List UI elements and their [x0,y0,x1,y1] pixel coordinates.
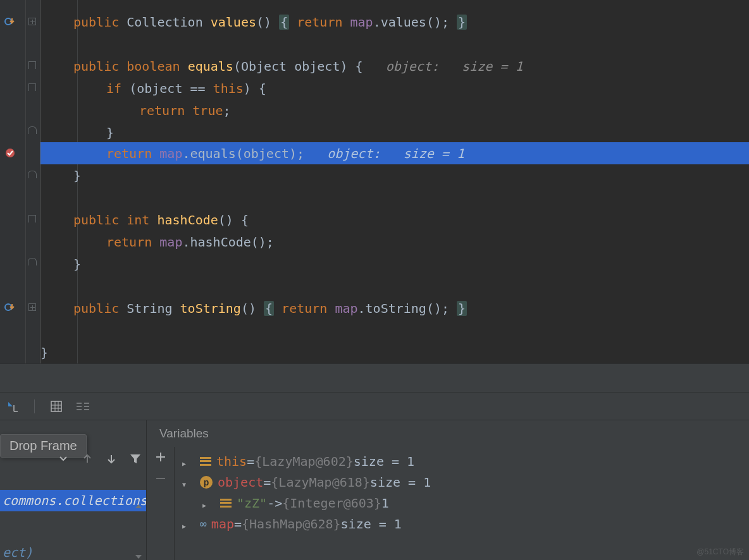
expand-arrow-icon[interactable] [182,516,191,532]
code-line[interactable]: public Collection values() { return map.… [40,11,749,33]
parameter-badge-icon: p [200,476,213,489]
expand-arrow-icon[interactable] [182,454,191,469]
grid-view-icon[interactable] [49,399,64,414]
show-execution-point-icon[interactable] [5,399,20,414]
fold-region-start-icon[interactable] [28,83,36,91]
breakpoint-icon[interactable] [3,145,18,161]
variable-row[interactable]: ∞ map = {HashMap@628} size = 1 [175,513,749,534]
frames-panel[interactable]: Drop Frame commons.collections.m ect) [0,420,147,560]
frames-scrollbar[interactable] [131,503,146,560]
fold-cap-icon[interactable] [28,126,37,134]
fold-cap-icon[interactable] [28,258,37,265]
frames-nav [56,452,142,466]
threads-view-icon[interactable] [75,399,90,414]
object-badge-icon [220,499,232,508]
frame-down-icon[interactable] [104,452,118,466]
panel-splitter[interactable] [0,363,749,393]
variables-toolbar [147,447,175,560]
inline-hint: object: size = 1 [363,59,523,74]
svg-point-1 [6,149,15,157]
fold-column[interactable] [25,0,40,363]
frame-selected[interactable]: commons.collections.m [0,490,146,511]
fold-cap-icon[interactable] [28,171,37,178]
code-line[interactable]: public String toString() { return map.to… [40,297,749,319]
frame-up-icon[interactable] [80,452,94,466]
code-line[interactable]: return map.hashCode(); [40,231,749,253]
code-line[interactable]: } [40,341,749,363]
fold-region-start-icon[interactable] [28,215,36,222]
add-watch-icon[interactable] [156,452,166,462]
code-line[interactable]: public boolean equals(Object object) { o… [40,55,749,77]
code-line[interactable]: if (object == this) { [40,77,749,99]
debug-panel: Drop Frame commons.collections.m ect) Va… [0,420,749,560]
variables-tree[interactable]: this = {LazyMap@602} size = 1 p object =… [175,447,749,560]
override-down-icon[interactable] [3,14,18,29]
execution-line[interactable]: return map.equals(object); object: size … [40,142,749,164]
variable-row[interactable]: "zZ" -> {Integer@603} 1 [175,492,749,513]
code-line[interactable]: } [40,164,749,186]
debug-toolbar [0,393,749,420]
code-line[interactable]: public int hashCode() { [40,209,749,231]
gutter[interactable] [0,0,25,363]
expand-arrow-icon[interactable] [202,496,211,511]
scroll-down-icon[interactable] [135,554,142,560]
code-content[interactable]: public Collection values() { return map.… [40,0,749,363]
remove-watch-icon[interactable] [156,473,166,484]
code-line[interactable]: } [40,253,749,275]
dropdown-icon[interactable] [56,452,70,466]
override-down-icon[interactable] [3,300,18,315]
code-line[interactable]: return true; [40,99,749,121]
variable-row[interactable]: this = {LazyMap@602} size = 1 [175,451,749,472]
variables-panel: Variables this = {LazyMap@602} size = 1 [147,420,749,560]
inline-hint: object: size = 1 [304,146,464,161]
watermark: @51CTO博客 [696,547,744,557]
fold-expand-icon[interactable] [28,18,36,25]
ide-root: public Collection values() { return map.… [0,0,749,560]
link-badge-icon: ∞ [200,517,205,530]
variables-title: Variables [147,420,749,447]
toolbar-separator [34,399,35,413]
fold-region-start-icon[interactable] [28,61,36,69]
code-line[interactable]: } [40,121,749,143]
code-editor[interactable]: public Collection values() { return map.… [0,0,749,363]
variable-row[interactable]: p object = {LazyMap@618} size = 1 [175,472,749,492]
collapse-arrow-icon[interactable] [182,475,191,490]
filter-icon[interactable] [128,452,142,466]
fold-expand-icon[interactable] [28,303,36,311]
object-badge-icon [200,457,211,466]
svg-rect-3 [51,401,61,411]
scroll-up-icon[interactable] [135,503,142,509]
frame-item[interactable]: ect) [0,545,33,560]
